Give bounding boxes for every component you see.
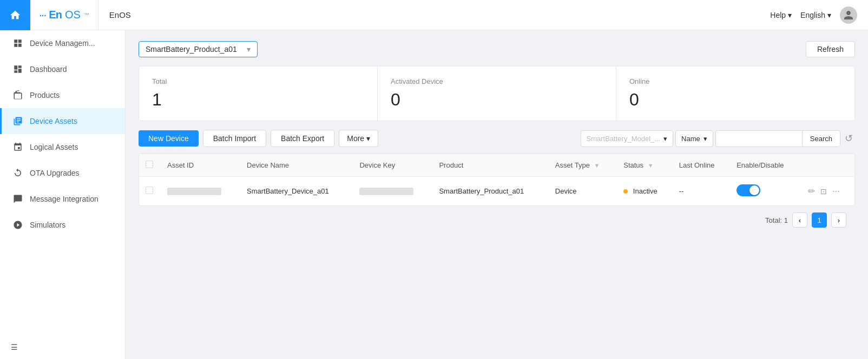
simulators-icon [12, 220, 23, 230]
top-row: SmartBattery_Product_a01 ▾ Refresh [139, 41, 855, 57]
select-all-header[interactable] [139, 154, 161, 177]
stats-card: Total 1 Activated Device 0 Online 0 [139, 66, 855, 121]
main-layout: Device Managem... Dashboard Products Dev… [0, 30, 868, 359]
reset-search-button[interactable]: ↺ [843, 130, 855, 147]
home-button[interactable] [0, 0, 30, 30]
stat-online-value: 0 [629, 90, 841, 110]
col-asset-id: Asset ID [161, 154, 240, 177]
batch-export-button[interactable]: Batch Export [271, 130, 334, 147]
row-device-key [353, 177, 432, 206]
sidebar: Device Managem... Dashboard Products Dev… [0, 30, 126, 359]
device-key-blurred [359, 188, 413, 195]
top-nav-left: ··· EnOS ™ EnOS [11, 0, 142, 30]
sidebar-item-products[interactable]: Products [0, 82, 125, 108]
filter-icon[interactable]: ▼ [594, 162, 600, 169]
sidebar-item-label: OTA Upgrades [30, 169, 80, 177]
more-dropdown-button[interactable]: More ▾ [339, 130, 378, 147]
row-last-online: -- [673, 177, 730, 206]
device-table: Asset ID Device Name Device Key Product [139, 154, 855, 206]
sidebar-item-label: Device Assets [30, 117, 77, 125]
app-name: EnOS [98, 10, 142, 19]
product-dropdown-value: SmartBattery_Product_a01 [146, 45, 237, 54]
toolbar: New Device Batch Import Batch Export Mor… [139, 130, 855, 147]
sidebar-item-ota-upgrades[interactable]: OTA Upgrades [0, 160, 125, 186]
col-actions [801, 154, 854, 177]
row-device-name: SmartBattery_Device_a01 [240, 177, 353, 206]
sidebar-item-logical-assets[interactable]: Logical Assets [0, 134, 125, 160]
enable-toggle[interactable] [737, 184, 760, 196]
row-asset-id [161, 177, 240, 206]
stat-activated-label: Activated Device [391, 77, 603, 85]
edit-icon[interactable]: ✏ [808, 186, 815, 196]
chevron-down-icon: ▾ [663, 135, 667, 143]
row-actions: ✏ ⊡ ··· [808, 186, 848, 196]
message-icon [12, 194, 23, 204]
batch-import-button[interactable]: Batch Import [203, 130, 266, 147]
search-input[interactable] [715, 130, 802, 147]
ota-icon [12, 168, 23, 178]
logo-en-icon: En [49, 9, 62, 21]
logo-os-text: OS [65, 9, 81, 21]
sidebar-item-label: Logical Assets [30, 143, 78, 151]
col-device-key: Device Key [353, 154, 432, 177]
filter-icon[interactable]: ▼ [648, 162, 654, 169]
sidebar-item-dashboard[interactable]: Dashboard [0, 56, 125, 82]
row-asset-type: Device [549, 177, 617, 206]
asset-id-blurred [167, 188, 221, 195]
prev-page-button[interactable]: ‹ [792, 212, 807, 228]
stat-activated-value: 0 [391, 90, 603, 110]
row-toggle-cell [730, 177, 801, 206]
chevron-down-icon: ▾ [703, 135, 707, 143]
pagination-total: Total: 1 [765, 216, 788, 224]
row-checkbox[interactable] [146, 187, 153, 194]
logo-dots-icon: ··· [39, 8, 45, 22]
view-icon[interactable]: ⊡ [820, 187, 827, 196]
stat-total-label: Total [152, 77, 364, 85]
sidebar-collapse-button[interactable]: ☰ [0, 335, 125, 359]
products-icon [12, 90, 23, 101]
search-group: SmartBattery_Model_... ▾ Name ▾ Search ↺ [581, 130, 855, 147]
status-dot-icon [623, 189, 628, 194]
help-link[interactable]: Help ▾ [770, 11, 792, 19]
row-actions-cell: ✏ ⊡ ··· [801, 177, 854, 206]
top-nav: ··· EnOS ™ EnOS Help ▾ English ▾ [0, 0, 868, 30]
chevron-down-icon: ▾ [827, 11, 831, 19]
sidebar-item-device-assets[interactable]: Device Assets [0, 108, 125, 134]
sidebar-item-label: Dashboard [30, 65, 67, 74]
sidebar-item-device-management[interactable]: Device Managem... [0, 30, 125, 56]
model-filter-dropdown[interactable]: SmartBattery_Model_... ▾ [581, 130, 674, 147]
refresh-button[interactable]: Refresh [806, 41, 855, 57]
pagination: Total: 1 ‹ 1 › [139, 206, 855, 234]
search-button[interactable]: Search [802, 130, 840, 147]
logo-area: ··· EnOS ™ [30, 0, 98, 30]
stat-total-value: 1 [152, 90, 364, 110]
stat-online: Online 0 [616, 67, 854, 121]
col-last-online: Last Online [673, 154, 730, 177]
grid-icon [12, 38, 23, 49]
avatar[interactable] [840, 6, 857, 24]
logo-tm: ™ [84, 12, 89, 18]
language-link[interactable]: English ▾ [800, 11, 831, 19]
content-area: SmartBattery_Product_a01 ▾ Refresh Total… [126, 30, 868, 359]
col-device-name: Device Name [240, 154, 353, 177]
row-product: SmartBattery_Product_a01 [432, 177, 548, 206]
page-1-button[interactable]: 1 [812, 212, 827, 228]
sidebar-item-message-integration[interactable]: Message Integration [0, 186, 125, 212]
new-device-button[interactable]: New Device [139, 130, 199, 147]
next-page-button[interactable]: › [831, 212, 846, 228]
select-all-checkbox[interactable] [146, 161, 153, 168]
row-status: Inactive [617, 177, 672, 206]
field-filter-dropdown[interactable]: Name ▾ [675, 130, 713, 147]
logical-assets-icon [12, 142, 23, 152]
stat-total: Total 1 [139, 67, 378, 121]
col-asset-type: Asset Type ▼ [549, 154, 617, 177]
top-nav-right: Help ▾ English ▾ [770, 6, 857, 24]
sidebar-item-simulators[interactable]: Simulators [0, 212, 125, 238]
product-dropdown[interactable]: SmartBattery_Product_a01 ▾ [139, 41, 258, 57]
sidebar-item-label: Message Integration [30, 195, 98, 203]
device-assets-icon [12, 116, 23, 127]
dashboard-icon [12, 64, 23, 75]
more-actions-icon[interactable]: ··· [832, 187, 839, 196]
chevron-down-icon: ▾ [788, 11, 792, 19]
sidebar-item-label: Products [30, 91, 60, 99]
